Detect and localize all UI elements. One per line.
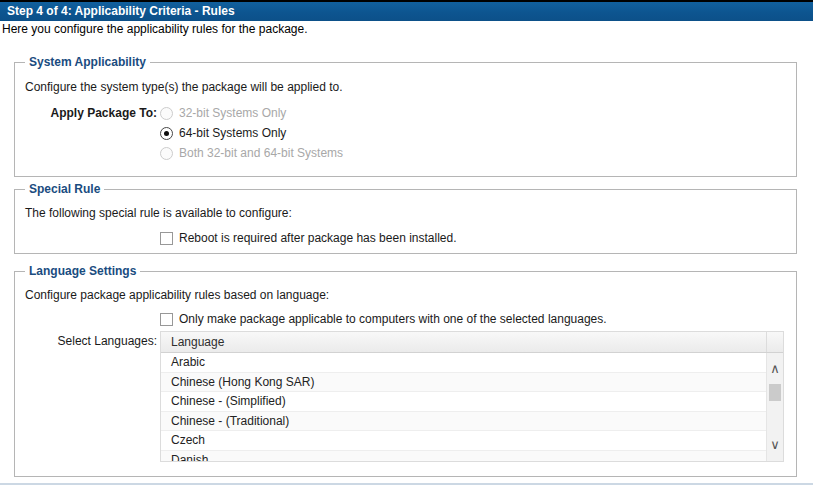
special-rule-description: The following special rule is available … [25, 206, 292, 220]
scroll-up-icon[interactable]: ∧ [767, 362, 783, 376]
language-list-body: ArabicChinese (Hong Kong SAR)Chinese - (… [161, 353, 783, 461]
language-row[interactable]: Czech [161, 431, 783, 451]
reboot-required-label: Reboot is required after package has bee… [179, 231, 457, 245]
scroll-down-icon[interactable]: ∨ [767, 438, 783, 452]
radio-icon [160, 147, 173, 160]
scrollbar-thumb[interactable] [769, 384, 781, 401]
select-languages-label: Select Languages: [20, 334, 157, 348]
step-title: Step 4 of 4: Applicability Criteria - Ru… [7, 4, 235, 18]
language-list[interactable]: Language ArabicChinese (Hong Kong SAR)Ch… [160, 331, 784, 462]
language-row[interactable]: Chinese - (Traditional) [161, 412, 783, 432]
radio-icon [160, 107, 173, 120]
wizard-step-page: Step 4 of 4: Applicability Criteria - Ru… [0, 0, 813, 485]
language-row[interactable]: Chinese (Hong Kong SAR) [161, 373, 783, 393]
radio-option-label: 64-bit Systems Only [179, 126, 286, 140]
header-corner [766, 332, 783, 352]
step-title-bar: Step 4 of 4: Applicability Criteria - Ru… [0, 0, 813, 21]
language-row[interactable]: Arabic [161, 353, 783, 373]
step-description: Here you configure the applicability rul… [2, 22, 308, 36]
radio-icon[interactable] [160, 127, 173, 140]
radio-option-row[interactable]: 64-bit Systems Only [160, 123, 343, 143]
checkbox-icon[interactable] [160, 313, 173, 326]
checkbox-icon[interactable] [160, 232, 173, 245]
radio-option-label: 32-bit Systems Only [179, 106, 286, 120]
language-list-header: Language [161, 332, 783, 353]
language-column-header[interactable]: Language [161, 332, 766, 352]
vertical-scrollbar[interactable]: ∧ ∨ [766, 353, 783, 461]
apply-package-radio-group: 32-bit Systems Only64-bit Systems OnlyBo… [160, 103, 343, 163]
group-system-applicability-title: System Applicability [25, 55, 150, 69]
apply-package-to-label: Apply Package To: [20, 106, 157, 120]
language-filter-checkbox-row[interactable]: Only make package applicable to computer… [160, 311, 607, 327]
radio-option-row: 32-bit Systems Only [160, 103, 343, 123]
system-applicability-description: Configure the system type(s) the package… [25, 80, 343, 94]
language-settings-description: Configure package applicability rules ba… [25, 288, 329, 302]
language-row[interactable]: Danish [161, 451, 783, 462]
reboot-required-checkbox-row[interactable]: Reboot is required after package has bee… [160, 230, 457, 246]
group-language-settings-title: Language Settings [25, 264, 140, 278]
language-filter-label: Only make package applicable to computer… [179, 312, 607, 326]
group-special-rule-title: Special Rule [25, 182, 104, 196]
radio-option-row: Both 32-bit and 64-bit Systems [160, 143, 343, 163]
language-row[interactable]: Chinese - (Simplified) [161, 392, 783, 412]
radio-option-label: Both 32-bit and 64-bit Systems [179, 146, 343, 160]
